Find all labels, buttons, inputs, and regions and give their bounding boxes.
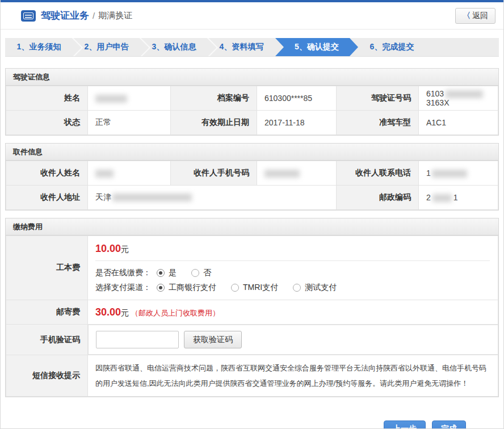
radio-channel-test[interactable]: 测试支付	[293, 283, 337, 293]
license-no-label: 驾驶证号码	[337, 86, 419, 111]
back-button[interactable]: 〈 返回	[455, 8, 495, 24]
sms-code-cell: 获取验证码	[88, 325, 498, 355]
stepbar-filler	[426, 38, 499, 56]
license-no-prefix: 6103	[426, 89, 444, 98]
file-no-value: 610300****85	[257, 86, 337, 111]
recipient-name-label: 收件人姓名	[6, 161, 88, 186]
radio-online-pay-no[interactable]: 否	[191, 268, 211, 278]
postage-amount: 30.00	[95, 306, 121, 318]
vehicle-type-label: 准驾车型	[337, 111, 419, 135]
license-no-suffix: 3163X	[426, 98, 449, 107]
radio-checked-icon	[157, 284, 165, 292]
radio-channel-tmri[interactable]: TMRI支付	[231, 283, 278, 293]
table-row: 收件人地址 天津 邮政编码 21	[6, 186, 498, 210]
chevron-left-icon: 〈	[463, 11, 471, 21]
license-no-value: 61033163X	[419, 86, 498, 111]
step-5-confirm-submit-active: 5、确认提交	[275, 38, 358, 56]
redacted-value	[432, 194, 452, 202]
radio-unchecked-icon	[231, 284, 239, 292]
sms-code-label: 手机验证码	[6, 325, 88, 355]
redacted-value	[95, 95, 127, 103]
file-no-label: 档案编号	[171, 86, 257, 111]
radio-label: 是	[169, 268, 177, 278]
name-value	[88, 86, 171, 111]
postcode-prefix: 2	[426, 193, 431, 202]
page: 驾驶证业务 / 期满换证 〈 返回 1、业务须知 2、用户申告 3、确认信息 4…	[0, 0, 504, 429]
pay-channel-caption: 选择支付渠道：	[95, 283, 151, 293]
breadcrumb-separator: /	[93, 11, 95, 20]
fees-section: 缴纳费用 工本费 10.00元 是否在线缴费： 是	[5, 218, 499, 397]
license-info-table: 姓名 档案编号 610300****85 驾驶证号码 61033163X 状态 …	[6, 86, 498, 135]
radio-unchecked-icon	[293, 284, 301, 292]
table-row: 工本费 10.00元 是否在线缴费： 是	[6, 236, 498, 300]
pay-channel-row: 选择支付渠道： 工商银行支付 TMRI支付 测试支付	[95, 283, 490, 293]
online-pay-row: 是否在线缴费： 是 否	[95, 268, 490, 278]
pickup-info-section: 取件信息 收件人姓名 收件人手机号码 收件人联系电话 1 收件人地址 天津	[5, 143, 499, 211]
license-section-title: 驾驶证信息	[6, 69, 498, 86]
fees-section-title: 缴纳费用	[6, 218, 498, 235]
pickup-info-table: 收件人姓名 收件人手机号码 收件人联系电话 1 收件人地址 天津 邮政编码	[6, 161, 498, 210]
step-1-business-notice: 1、业务须知	[5, 38, 73, 56]
footer-actions: 上一步 完成	[5, 405, 499, 429]
currency-unit: 元	[121, 308, 129, 317]
license-info-section: 驾驶证信息 姓名 档案编号 610300****85 驾驶证号码 6103316…	[5, 68, 499, 136]
stepbar-wrap: 1、业务须知 2、用户申告 3、确认信息 4、资料填写 5、确认提交 6、完成提…	[1, 30, 503, 57]
list-card-icon	[21, 10, 36, 22]
redacted-value	[95, 170, 114, 178]
production-fee-amount-line: 10.00元	[95, 243, 490, 255]
main-content: 驾驶证信息 姓名 档案编号 610300****85 驾驶证号码 6103316…	[1, 57, 503, 429]
finish-button[interactable]: 完成	[432, 420, 466, 429]
table-row: 手机验证码 获取验证码	[6, 325, 498, 355]
currency-unit: 元	[121, 245, 129, 254]
postcode-label: 邮政编码	[337, 186, 419, 210]
recipient-phone-prefix: 1	[426, 169, 431, 178]
step-6-complete-submit: 6、完成提交	[358, 38, 426, 56]
page-title: 驾驶证业务	[41, 9, 89, 22]
radio-label: 测试支付	[305, 283, 337, 293]
sms-code-input[interactable]	[96, 331, 179, 348]
status-label: 状态	[6, 111, 88, 135]
table-row: 短信接收提示 因陕西省联通、电信运营商技术问题，陕西省互联网交通安全综合服务管理…	[6, 355, 498, 397]
table-row: 收件人姓名 收件人手机号码 收件人联系电话 1	[6, 161, 498, 186]
recipient-mobile-value	[257, 161, 337, 186]
table-row: 状态 正常 有效期止日期 2017-11-18 准驾车型 A1C1	[6, 111, 498, 135]
vehicle-type-value: A1C1	[419, 111, 498, 135]
fees-table: 工本费 10.00元 是否在线缴费： 是	[6, 235, 498, 397]
production-fee-cell: 10.00元 是否在线缴费： 是 否	[88, 236, 498, 300]
postage-note: （邮政人员上门收取费用）	[131, 309, 220, 317]
recipient-phone-label: 收件人联系电话	[337, 161, 419, 186]
postage-label: 邮寄费	[6, 300, 88, 325]
expiry-value: 2017-11-18	[257, 111, 337, 135]
postage-cell: 30.00元（邮政人员上门收取费用）	[88, 300, 498, 325]
postcode-value: 21	[419, 186, 498, 210]
postcode-suffix: 1	[453, 193, 458, 202]
radio-unchecked-icon	[191, 269, 199, 277]
redacted-value	[112, 194, 192, 201]
radio-label: 工商银行支付	[169, 283, 216, 293]
prev-step-button[interactable]: 上一步	[384, 420, 426, 429]
radio-label: TMRI支付	[243, 283, 278, 293]
sms-tip-label: 短信接收提示	[6, 355, 88, 397]
divider	[95, 260, 490, 261]
recipient-address-value: 天津	[88, 186, 337, 210]
table-row: 姓名 档案编号 610300****85 驾驶证号码 61033163X	[6, 86, 498, 111]
get-code-button[interactable]: 获取验证码	[184, 331, 242, 348]
recipient-mobile-label: 收件人手机号码	[171, 161, 257, 186]
name-label: 姓名	[6, 86, 88, 111]
redacted-value	[446, 90, 483, 98]
header: 驾驶证业务 / 期满换证 〈 返回	[1, 2, 503, 30]
redacted-value	[432, 170, 467, 178]
radio-channel-icbc[interactable]: 工商银行支付	[157, 283, 216, 293]
step-wizard: 1、业务须知 2、用户申告 3、确认信息 4、资料填写 5、确认提交 6、完成提…	[5, 38, 499, 57]
back-button-label: 返回	[472, 11, 488, 21]
redacted-value	[264, 170, 300, 178]
radio-checked-icon	[157, 269, 165, 277]
table-row: 邮寄费 30.00元（邮政人员上门收取费用）	[6, 300, 498, 325]
pickup-section-title: 取件信息	[6, 144, 498, 161]
radio-online-pay-yes[interactable]: 是	[157, 268, 177, 278]
expiry-label: 有效期止日期	[171, 111, 257, 135]
recipient-address-prefix: 天津	[95, 192, 111, 201]
recipient-name-value	[88, 161, 171, 186]
online-pay-caption: 是否在线缴费：	[95, 268, 151, 278]
radio-label: 否	[203, 268, 211, 278]
